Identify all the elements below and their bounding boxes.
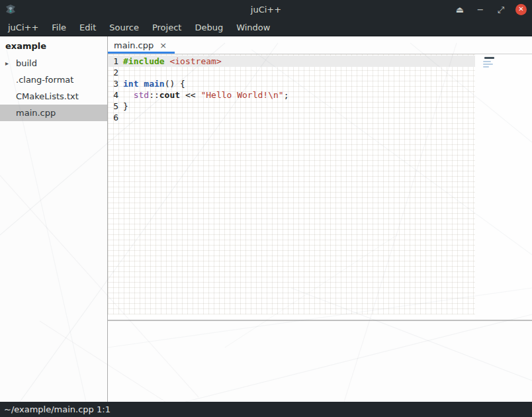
- line-number: 6: [110, 113, 118, 122]
- code-line[interactable]: 4 std::cout << "Hello World!\n";: [108, 89, 475, 101]
- line-content: #include <iostream>: [123, 56, 222, 66]
- line-number: 2: [110, 68, 118, 77]
- line-content: std::cout << "Hello World!\n";: [123, 90, 288, 100]
- status-file-position: ~/example/main.cpp 1:1: [4, 404, 111, 414]
- overview-mark: [483, 64, 493, 65]
- file-tree-panel: example ▸build.clang-formatCMakeLists.tx…: [0, 36, 108, 402]
- tree-item-label: build: [16, 58, 37, 68]
- tab-bar: main.cpp×: [108, 36, 532, 54]
- tree-items: ▸build.clang-formatCMakeLists.txtmain.cp…: [0, 55, 107, 121]
- tree-item-label: .clang-format: [16, 75, 73, 85]
- tab-label: main.cpp: [114, 40, 154, 50]
- overview-mark: [484, 57, 494, 59]
- menu-window[interactable]: Window: [230, 19, 277, 36]
- window-title: juCi++: [0, 5, 532, 15]
- minimize-button[interactable]: −: [474, 5, 486, 14]
- tree-item-label: main.cpp: [16, 108, 56, 118]
- overview-mark: [483, 61, 491, 62]
- tab-main-cpp[interactable]: main.cpp×: [108, 36, 175, 54]
- code-line[interactable]: 6: [108, 112, 475, 123]
- close-button[interactable]: ✕: [515, 4, 527, 15]
- main-panel: main.cpp× 1#include <iostream>23int main…: [108, 36, 532, 402]
- line-number: 3: [110, 79, 118, 89]
- tree-item--clang-format[interactable]: .clang-format: [0, 71, 107, 88]
- menu-file[interactable]: File: [45, 19, 73, 36]
- overview-mark: [483, 66, 489, 68]
- code-lines: 1#include <iostream>23int main() {4 std:…: [108, 54, 475, 123]
- line-content: }: [123, 101, 128, 111]
- editor[interactable]: 1#include <iostream>23int main() {4 std:…: [108, 54, 532, 320]
- code-line[interactable]: 5}: [108, 101, 475, 112]
- content-area: example ▸build.clang-formatCMakeLists.tx…: [0, 36, 532, 402]
- restore-button[interactable]: ⤢: [495, 5, 507, 14]
- line-number: 4: [110, 90, 118, 100]
- menu-debug[interactable]: Debug: [188, 19, 230, 36]
- tree-item-build[interactable]: ▸build: [0, 55, 107, 71]
- output-panel[interactable]: [108, 321, 532, 402]
- menubar: juCi++FileEditSourceProjectDebugWindow: [0, 19, 532, 36]
- code-line[interactable]: 1#include <iostream>: [108, 56, 475, 67]
- menu-project[interactable]: Project: [146, 19, 188, 36]
- menu-source[interactable]: Source: [103, 19, 146, 36]
- menu-edit[interactable]: Edit: [73, 19, 103, 36]
- window-controls: ⏏−⤢✕: [454, 0, 527, 19]
- app-window: juCi++ ⏏−⤢✕ juCi++FileEditSourceProjectD…: [0, 0, 532, 417]
- code-line[interactable]: 2: [108, 67, 475, 78]
- tree-item-label: CMakeLists.txt: [16, 91, 79, 101]
- scrollbar-overview[interactable]: [475, 54, 532, 320]
- tree-item-cmakelists-txt[interactable]: CMakeLists.txt: [0, 88, 107, 105]
- status-bar: ~/example/main.cpp 1:1: [0, 402, 532, 417]
- tree-root-folder[interactable]: example: [0, 36, 107, 55]
- menu-juci[interactable]: juCi++: [1, 19, 45, 36]
- line-number: 1: [110, 56, 118, 66]
- keep-above-button[interactable]: ⏏: [454, 5, 466, 14]
- expander-icon[interactable]: ▸: [5, 60, 9, 67]
- line-content: int main() {: [123, 79, 185, 89]
- line-number: 5: [110, 101, 118, 111]
- code-line[interactable]: 3int main() {: [108, 78, 475, 89]
- tree-item-main-cpp[interactable]: main.cpp: [0, 105, 107, 121]
- titlebar[interactable]: juCi++ ⏏−⤢✕: [0, 0, 532, 19]
- tab-close-icon[interactable]: ×: [159, 41, 167, 50]
